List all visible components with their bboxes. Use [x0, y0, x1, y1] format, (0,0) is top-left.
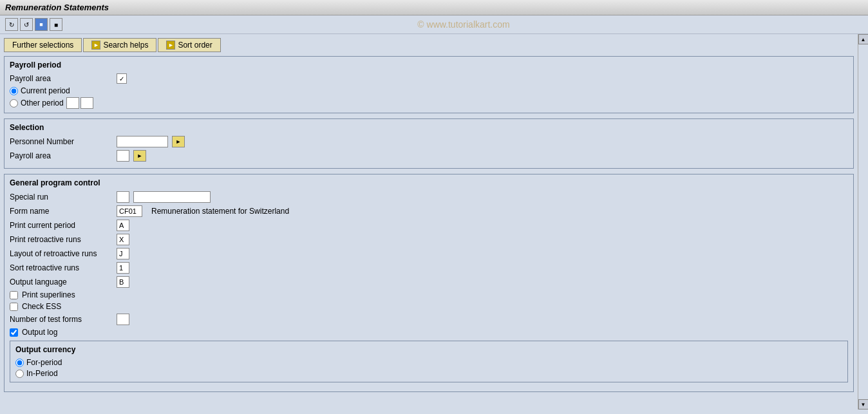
print-retroactive-runs-label: Print retroactive runs: [10, 235, 113, 244]
sort-retroactive-runs-row: Sort retroactive runs: [10, 262, 848, 274]
toolbar: ↻ ↺ ■ ■ © www.tutorialkart.com: [0, 15, 868, 34]
other-period-input2[interactable]: [80, 97, 93, 109]
scroll-down-btn[interactable]: ▼: [858, 399, 869, 409]
output-language-input[interactable]: [117, 276, 129, 288]
output-currency-section: Output currency For-period In-Period: [10, 341, 848, 382]
payroll-period-section: Payroll period Payroll area ✓ Current pe…: [4, 56, 854, 113]
sort-retroactive-runs-input[interactable]: [117, 262, 129, 274]
personnel-number-input[interactable]: [117, 136, 168, 147]
tab-sort-order[interactable]: ► Sort order: [158, 38, 220, 52]
current-period-radio[interactable]: [10, 87, 18, 95]
personnel-number-label: Personnel Number: [10, 137, 113, 146]
check-ess-checkbox[interactable]: [10, 303, 18, 311]
tab-search-helps[interactable]: ► Search helps: [83, 38, 156, 52]
scroll-up-btn[interactable]: ▲: [858, 34, 869, 44]
output-language-label: Output language: [10, 278, 113, 287]
check-ess-label: Check ESS: [22, 302, 61, 311]
layout-retroactive-runs-row: Layout of retroactive runs: [10, 248, 848, 259]
form-name-input[interactable]: [117, 205, 142, 217]
lookup-arrow-icon: ►: [176, 138, 182, 145]
check-ess-row: Check ESS: [10, 302, 848, 311]
form-name-description: Remuneration statement for Switzerland: [151, 207, 289, 216]
special-run-label: Special run: [10, 193, 113, 202]
selection-payroll-area-input[interactable]: [117, 150, 129, 162]
further-selections-label: Further selections: [12, 41, 73, 50]
current-period-label: Current period: [21, 86, 70, 95]
in-period-row: In-Period: [15, 369, 842, 378]
special-run-input2[interactable]: [133, 191, 211, 203]
forward-icon[interactable]: ↺: [20, 18, 33, 31]
payroll-area-row: Payroll area ✓: [10, 73, 848, 84]
special-run-row: Special run: [10, 191, 848, 203]
form-name-row: Form name Remuneration statement for Swi…: [10, 205, 848, 217]
personnel-number-row: Personnel Number ►: [10, 136, 848, 147]
title-bar: Remuneration Statements: [0, 0, 868, 15]
back-icon[interactable]: ↻: [5, 18, 18, 31]
content-area: Further selections ► Search helps ► Sort…: [0, 34, 858, 409]
current-period-row: Current period: [10, 86, 848, 95]
for-period-row: For-period: [15, 358, 842, 367]
print-superlines-checkbox[interactable]: [10, 291, 18, 299]
payroll-area-label: Payroll area: [10, 74, 113, 83]
for-period-radio[interactable]: [15, 359, 24, 367]
general-program-control-title: General program control: [10, 178, 848, 187]
save-icon[interactable]: ■: [35, 18, 48, 31]
other-period-input1[interactable]: [66, 97, 79, 109]
number-test-forms-input[interactable]: [117, 314, 129, 325]
other-period-row: Other period: [10, 97, 848, 109]
output-log-label: Output log: [22, 328, 57, 337]
print-current-period-label: Print current period: [10, 221, 113, 230]
general-program-control-section: General program control Special run Form…: [4, 174, 854, 392]
personnel-number-lookup-btn[interactable]: ►: [172, 136, 185, 147]
sort-retroactive-runs-label: Sort retroactive runs: [10, 263, 113, 272]
other-period-inputs: [66, 97, 93, 109]
print-retroactive-runs-input[interactable]: [117, 234, 129, 245]
search-helps-arrow-icon: ►: [91, 41, 100, 50]
layout-retroactive-runs-label: Layout of retroactive runs: [10, 249, 113, 258]
selection-title: Selection: [10, 123, 848, 132]
payroll-period-title: Payroll period: [10, 61, 848, 70]
period-radio-group: Current period Other period: [10, 86, 848, 109]
selection-section: Selection Personnel Number ► Payroll are…: [4, 118, 854, 169]
sort-order-arrow-icon: ►: [166, 41, 175, 50]
payroll-area-checkbox[interactable]: ✓: [117, 73, 127, 84]
layout-retroactive-runs-input[interactable]: [117, 248, 129, 259]
for-period-label: For-period: [26, 358, 62, 367]
in-period-radio[interactable]: [15, 370, 24, 378]
number-test-forms-label: Number of test forms: [10, 315, 113, 324]
output-currency-title: Output currency: [15, 345, 842, 354]
output-log-checkbox[interactable]: [10, 328, 18, 337]
selection-lookup-arrow-icon: ►: [137, 153, 143, 159]
selection-payroll-area-lookup-btn[interactable]: ►: [133, 150, 146, 162]
search-helps-label: Search helps: [103, 41, 148, 50]
print-current-period-input[interactable]: [117, 220, 129, 231]
number-test-forms-row: Number of test forms: [10, 314, 848, 325]
other-period-radio[interactable]: [10, 99, 18, 108]
output-language-row: Output language: [10, 276, 848, 288]
special-run-input1[interactable]: [117, 191, 129, 203]
output-log-row: Output log: [10, 328, 848, 337]
other-period-label: Other period: [21, 99, 64, 108]
print-superlines-row: Print superlines: [10, 290, 848, 299]
tab-bar: Further selections ► Search helps ► Sort…: [4, 38, 854, 52]
print-retroactive-runs-row: Print retroactive runs: [10, 234, 848, 245]
print-current-period-row: Print current period: [10, 220, 848, 231]
sort-order-label: Sort order: [178, 41, 212, 50]
print-superlines-label: Print superlines: [22, 290, 75, 299]
selection-payroll-area-row: Payroll area ►: [10, 150, 848, 162]
form-name-label: Form name: [10, 207, 113, 216]
tab-further-selections[interactable]: Further selections: [4, 38, 82, 52]
page-title: Remuneration Statements: [5, 3, 109, 12]
shortcut-icon[interactable]: ■: [50, 18, 62, 31]
scrollbar: ▲ ▼: [858, 34, 868, 409]
in-period-label: In-Period: [26, 369, 58, 378]
watermark: © www.tutorialkart.com: [64, 19, 863, 30]
selection-payroll-area-label: Payroll area: [10, 151, 113, 160]
